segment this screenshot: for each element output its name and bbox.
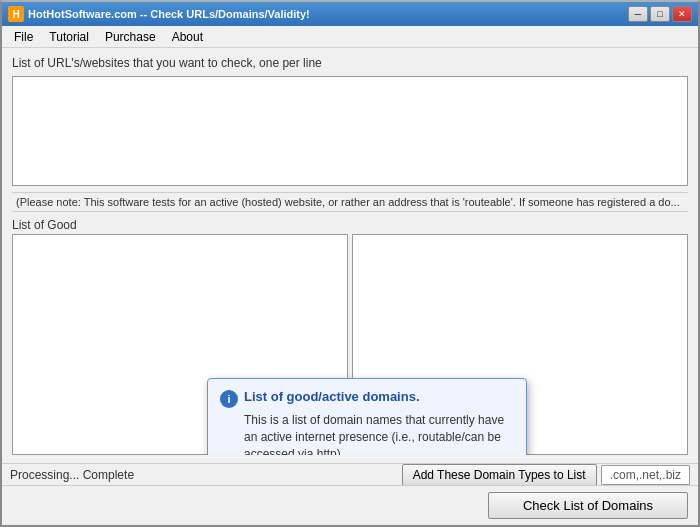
menu-bar: File Tutorial Purchase About — [2, 26, 698, 48]
maximize-button[interactable]: □ — [650, 6, 670, 22]
tooltip-popup: i List of good/active domains. This is a… — [207, 378, 527, 455]
app-icon: H — [8, 6, 24, 22]
status-bar: Processing... Complete Add These Domain … — [2, 463, 698, 485]
check-list-button[interactable]: Check List of Domains — [488, 492, 688, 519]
title-controls: ─ □ ✕ — [628, 6, 692, 22]
title-bar-left: H HotHotSoftware.com -- Check URLs/Domai… — [8, 6, 310, 22]
bottom-bar: Check List of Domains — [2, 485, 698, 525]
url-list-label: List of URL's/websites that you want to … — [12, 56, 688, 70]
title-bar: H HotHotSoftware.com -- Check URLs/Domai… — [2, 2, 698, 26]
left-panel-label: List of Good — [12, 218, 348, 232]
domain-type-badge: .com,.net,.biz — [601, 465, 690, 485]
notice-text: (Please note: This software tests for an… — [12, 192, 688, 212]
menu-tutorial[interactable]: Tutorial — [41, 28, 97, 46]
add-domain-types-button[interactable]: Add These Domain Types to List — [402, 464, 597, 486]
lower-section: List of Good i List of good/active domai… — [12, 218, 688, 455]
title-text: HotHotSoftware.com -- Check URLs/Domains… — [28, 8, 310, 20]
status-text: Processing... Complete — [10, 468, 134, 482]
status-right: Add These Domain Types to List .com,.net… — [402, 464, 690, 486]
url-list-container — [12, 76, 688, 186]
tooltip-title: List of good/active domains. — [244, 389, 420, 404]
main-window: H HotHotSoftware.com -- Check URLs/Domai… — [0, 0, 700, 527]
minimize-button[interactable]: ─ — [628, 6, 648, 22]
close-button[interactable]: ✕ — [672, 6, 692, 22]
menu-purchase[interactable]: Purchase — [97, 28, 164, 46]
right-panel-label — [352, 218, 688, 232]
tooltip-body: This is a list of domain names that curr… — [220, 412, 514, 455]
tooltip-header: i List of good/active domains. — [220, 389, 514, 408]
menu-file[interactable]: File — [6, 28, 41, 46]
info-icon: i — [220, 390, 238, 408]
main-content: List of URL's/websites that you want to … — [2, 48, 698, 463]
menu-about[interactable]: About — [164, 28, 211, 46]
url-list-input[interactable] — [13, 77, 687, 185]
